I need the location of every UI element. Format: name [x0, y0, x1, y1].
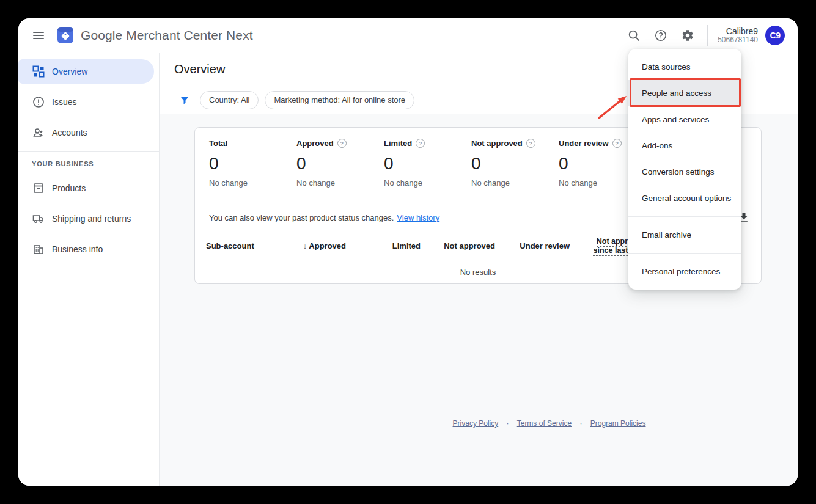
- sidebar-item-products[interactable]: Products: [18, 176, 154, 200]
- sidebar-section-label: YOUR BUSINESS: [18, 152, 159, 176]
- sidebar-item-overview[interactable]: Overview: [18, 59, 154, 84]
- desktop-canvas: { "topbar": { "app_title": "Google Merch…: [0, 0, 816, 504]
- app-title: Google Merchant Center Next: [81, 28, 253, 43]
- menu-divider: [628, 253, 741, 254]
- sidebar-item-label: Business info: [52, 244, 103, 254]
- menu-item-email-archive[interactable]: Email archive: [628, 222, 741, 248]
- stat-not-approved: Not approved? 0 No change: [456, 139, 543, 203]
- dashboard-icon: [32, 65, 45, 78]
- column-header-approved[interactable]: ↓Approved: [293, 241, 346, 250]
- app-window: Google Merchant Center Next Calibre9 506…: [18, 18, 798, 486]
- column-header-sub-account[interactable]: Sub-account: [195, 241, 293, 250]
- filter-chip-marketing-method[interactable]: Marketing method: All for online store: [265, 91, 414, 109]
- sidebar-item-label: Issues: [52, 97, 76, 107]
- program-policies-link[interactable]: Program Policies: [590, 419, 646, 428]
- stat-value: 0: [559, 154, 631, 173]
- column-header-under-review[interactable]: Under review: [495, 241, 570, 250]
- help-icon[interactable]: ?: [337, 139, 347, 148]
- stat-label: Total: [209, 139, 227, 148]
- menu-divider: [628, 216, 741, 217]
- page-title: Overview: [174, 62, 225, 76]
- sidebar-item-shipping[interactable]: Shipping and returns: [18, 206, 154, 231]
- help-icon[interactable]: [653, 28, 668, 43]
- stat-value: 0: [471, 154, 543, 173]
- column-header-not-approved[interactable]: Not approved: [421, 241, 495, 250]
- sidebar-item-business-info[interactable]: Business info: [18, 237, 154, 261]
- filter-icon[interactable]: [179, 95, 190, 106]
- hamburger-menu-icon[interactable]: [33, 32, 44, 39]
- menu-item-add-ons[interactable]: Add-ons: [628, 133, 741, 159]
- sidebar-item-label: Accounts: [52, 128, 87, 137]
- footer-separator: ·: [507, 419, 509, 428]
- sidebar: Overview Issues Accounts YOUR BUSINESS: [18, 53, 160, 486]
- stat-value: 0: [296, 154, 369, 173]
- sidebar-item-label: Products: [52, 183, 86, 193]
- history-text: You can also view your past product stat…: [209, 213, 394, 222]
- settings-dropdown-menu: Data sources People and access Apps and …: [628, 49, 741, 290]
- sidebar-item-label: Shipping and returns: [52, 214, 131, 224]
- stat-label: Not approved: [471, 139, 523, 148]
- menu-item-personal-preferences[interactable]: Personal preferences: [628, 258, 741, 285]
- view-history-link[interactable]: View history: [397, 213, 439, 222]
- column-header-limited[interactable]: Limited: [346, 241, 421, 250]
- menu-item-apps-and-services[interactable]: Apps and services: [628, 106, 741, 133]
- truck-icon: [32, 213, 45, 225]
- top-app-bar: Google Merchant Center Next Calibre9 506…: [18, 18, 798, 53]
- menu-item-general-account-options[interactable]: General account options: [628, 185, 741, 211]
- footer-links: Privacy Policy · Terms of Service · Prog…: [301, 419, 798, 428]
- footer-separator: ·: [579, 419, 582, 428]
- filter-chip-country[interactable]: Country: All: [200, 91, 259, 109]
- stat-under-review: Under review? 0 No change: [543, 139, 631, 203]
- stat-value: 0: [384, 154, 456, 173]
- topbar-divider: [707, 25, 708, 46]
- menu-item-people-and-access[interactable]: People and access: [628, 80, 741, 106]
- help-icon[interactable]: ?: [526, 139, 535, 148]
- stat-change: No change: [209, 178, 281, 188]
- stat-change: No change: [296, 178, 369, 188]
- building-icon: [32, 243, 45, 255]
- stat-change: No change: [384, 178, 456, 188]
- stat-change: No change: [471, 178, 543, 188]
- stat-label: Approved: [296, 139, 334, 148]
- menu-item-data-sources[interactable]: Data sources: [628, 54, 741, 80]
- alert-circle-icon: [32, 96, 45, 108]
- merchant-center-logo-icon: [57, 27, 73, 43]
- stat-limited: Limited? 0 No change: [369, 139, 456, 203]
- stat-change: No change: [559, 178, 631, 188]
- account-avatar[interactable]: C9: [765, 26, 785, 45]
- stat-approved: Approved? 0 No change: [281, 139, 369, 203]
- stat-label: Under review: [559, 139, 609, 148]
- topbar-actions: Calibre9 5066781140 C9: [614, 25, 798, 46]
- products-box-icon: [32, 182, 45, 194]
- account-switcher[interactable]: Calibre9 5066781140: [718, 26, 758, 45]
- people-icon: [32, 126, 45, 139]
- sidebar-item-label: Overview: [52, 67, 87, 76]
- stat-label: Limited: [384, 139, 412, 148]
- settings-gear-icon[interactable]: [680, 28, 695, 43]
- privacy-policy-link[interactable]: Privacy Policy: [453, 419, 499, 428]
- account-id: 5066781140: [718, 36, 758, 45]
- help-icon[interactable]: ?: [612, 139, 622, 148]
- stat-total: Total 0 No change: [209, 139, 281, 203]
- account-name: Calibre9: [718, 26, 758, 36]
- help-icon[interactable]: ?: [416, 139, 425, 148]
- sidebar-divider: [18, 268, 159, 268]
- sidebar-item-accounts[interactable]: Accounts: [18, 120, 154, 145]
- sort-descending-icon: ↓: [303, 241, 307, 250]
- sidebar-item-issues[interactable]: Issues: [18, 90, 154, 114]
- terms-of-service-link[interactable]: Terms of Service: [517, 419, 572, 428]
- search-icon[interactable]: [627, 28, 641, 43]
- menu-item-conversion-settings[interactable]: Conversion settings: [628, 159, 741, 185]
- stat-value: 0: [209, 154, 281, 173]
